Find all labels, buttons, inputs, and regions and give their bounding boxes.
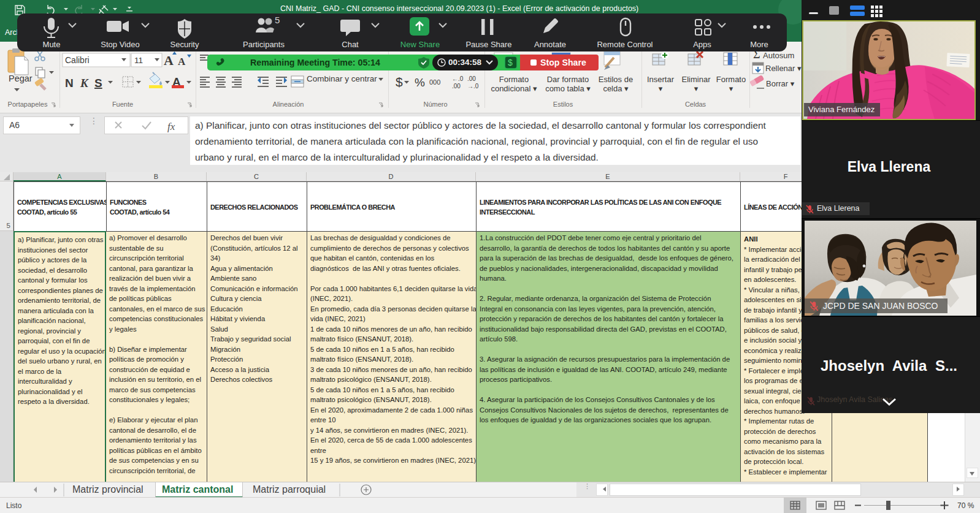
svg-text:fx: fx xyxy=(167,121,175,132)
svg-text:.00: .00 xyxy=(467,75,476,82)
svg-text:$: $ xyxy=(508,58,513,67)
svg-text:5: 5 xyxy=(275,15,280,25)
svg-text:K: K xyxy=(80,77,89,89)
svg-text:000: 000 xyxy=(429,78,440,86)
svg-text:A: A xyxy=(164,53,174,68)
svg-text:A: A xyxy=(178,56,186,67)
svg-text:%: % xyxy=(415,76,425,89)
svg-text:N: N xyxy=(65,77,74,89)
svg-text:←.0: ←.0 xyxy=(452,75,464,82)
svg-text:S: S xyxy=(94,77,102,89)
svg-text:.00: .00 xyxy=(452,83,461,89)
svg-text:$: $ xyxy=(396,75,403,89)
svg-text:→.0: →.0 xyxy=(467,83,479,89)
